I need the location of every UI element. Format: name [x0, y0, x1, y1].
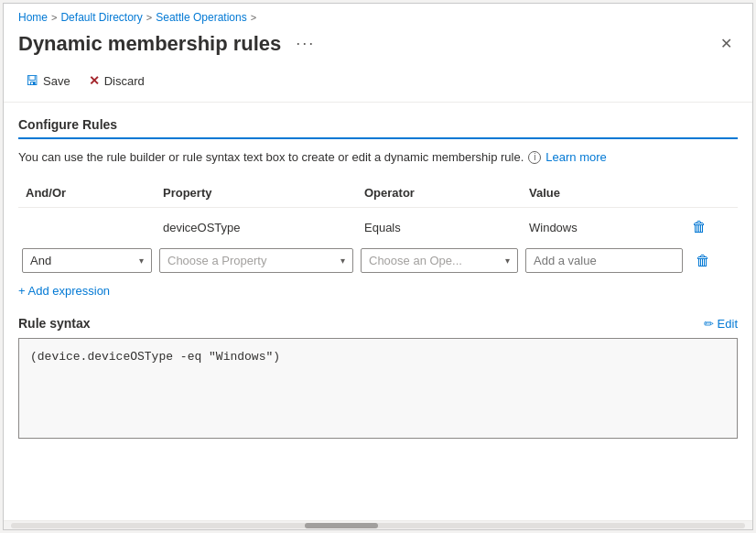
breadcrumb-operations[interactable]: Seattle Operations: [156, 11, 246, 24]
scrollbar-thumb[interactable]: [305, 523, 378, 528]
discard-label: Discard: [104, 74, 145, 88]
static-property: deviceOSType: [156, 217, 357, 238]
rule-syntax-header: Rule syntax ✏ Edit: [18, 316, 738, 331]
table-row-inputs: And ▾ Choose a Property ▾ Choose an Ope.…: [18, 245, 738, 277]
page-title: Dynamic membership rules: [18, 32, 281, 56]
info-text-container: You can use the rule builder or rule syn…: [18, 150, 738, 164]
operator-cell: Choose an Ope... ▾: [357, 248, 522, 273]
operator-dropdown[interactable]: Choose an Ope... ▾: [361, 248, 518, 273]
delete-icon: 🗑: [692, 219, 707, 235]
edit-button[interactable]: ✏ Edit: [704, 317, 738, 331]
close-icon: ✕: [720, 36, 732, 51]
add-expression-button[interactable]: + Add expression: [18, 277, 738, 305]
property-dropdown-placeholder: Choose a Property: [167, 254, 266, 267]
edit-label: Edit: [718, 317, 738, 331]
value-input[interactable]: [525, 248, 683, 273]
main-panel: Home > Default Directory > Seattle Opera…: [3, 3, 753, 530]
operator-chevron-icon: ▾: [505, 256, 510, 266]
info-icon: i: [528, 151, 541, 164]
static-operator: Equals: [357, 217, 522, 238]
static-value: Windows: [522, 217, 686, 238]
content-area: Configure Rules You can use the rule bui…: [4, 103, 752, 520]
save-label: Save: [43, 74, 70, 88]
discard-button[interactable]: ✕ Discard: [81, 69, 152, 92]
delete-input-icon: 🗑: [696, 253, 710, 269]
table-row-static: deviceOSType Equals Windows 🗑: [18, 212, 738, 243]
toolbar: 🖫 Save ✕ Discard: [4, 63, 752, 103]
property-cell: Choose a Property ▾: [156, 248, 357, 273]
static-andor: [18, 223, 156, 231]
title-left: Dynamic membership rules ···: [18, 32, 320, 56]
delete-row-button[interactable]: 🗑: [686, 215, 712, 239]
table-header: And/Or Property Operator Value: [18, 179, 738, 208]
rule-syntax-section: Rule syntax ✏ Edit: [18, 316, 738, 520]
delete-input-row-button[interactable]: 🗑: [690, 249, 716, 273]
breadcrumb-sep3: >: [251, 12, 256, 23]
breadcrumb-sep2: >: [146, 12, 152, 23]
value-cell: [522, 248, 686, 273]
property-dropdown[interactable]: Choose a Property ▾: [159, 248, 353, 273]
close-button[interactable]: ✕: [715, 31, 738, 56]
property-chevron-icon: ▾: [340, 256, 345, 266]
scrollbar-area: [4, 520, 752, 529]
breadcrumb-directory[interactable]: Default Directory: [60, 11, 142, 24]
add-expression-label: + Add expression: [18, 284, 110, 298]
info-text: You can use the rule builder or rule syn…: [18, 150, 524, 164]
pencil-icon: ✏: [704, 317, 714, 331]
rule-syntax-title: Rule syntax: [18, 316, 91, 331]
section-title: Configure Rules: [18, 117, 738, 139]
andor-cell: And ▾: [18, 248, 156, 273]
andor-dropdown[interactable]: And ▾: [22, 248, 152, 273]
andor-chevron-icon: ▾: [139, 256, 144, 266]
col-operator: Operator: [357, 182, 522, 203]
breadcrumb: Home > Default Directory > Seattle Opera…: [4, 4, 752, 27]
breadcrumb-sep1: >: [51, 12, 57, 23]
andor-dropdown-value: And: [30, 254, 51, 267]
title-bar: Dynamic membership rules ··· ✕: [4, 27, 752, 63]
operator-dropdown-placeholder: Choose an Ope...: [369, 254, 462, 267]
learn-more-link[interactable]: Learn more: [545, 150, 606, 164]
save-button[interactable]: 🖫 Save: [18, 69, 78, 92]
discard-icon: ✕: [89, 73, 100, 88]
breadcrumb-home[interactable]: Home: [18, 11, 48, 24]
col-andor: And/Or: [18, 182, 156, 203]
ellipsis-button[interactable]: ···: [290, 32, 320, 55]
save-icon: 🖫: [26, 73, 38, 88]
col-value: Value: [522, 182, 686, 203]
rule-syntax-textarea[interactable]: [18, 338, 738, 439]
col-property: Property: [156, 182, 357, 203]
scrollbar-track: [11, 523, 745, 528]
